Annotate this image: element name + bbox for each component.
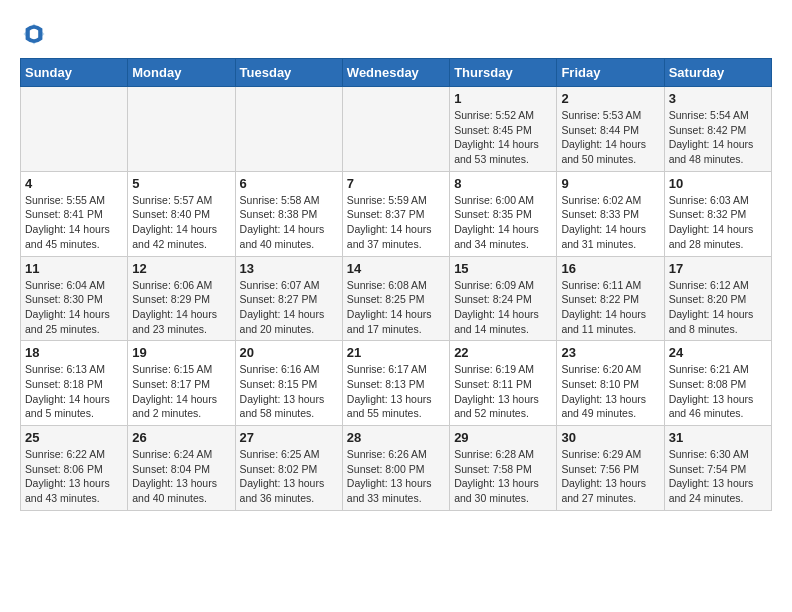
day-cell <box>21 87 128 172</box>
day-number: 7 <box>347 176 445 191</box>
day-cell: 21Sunrise: 6:17 AMSunset: 8:13 PMDayligh… <box>342 341 449 426</box>
day-number: 1 <box>454 91 552 106</box>
day-cell: 9Sunrise: 6:02 AMSunset: 8:33 PMDaylight… <box>557 171 664 256</box>
day-number: 10 <box>669 176 767 191</box>
day-info: Sunrise: 6:02 AMSunset: 8:33 PMDaylight:… <box>561 193 659 252</box>
day-info: Sunrise: 6:09 AMSunset: 8:24 PMDaylight:… <box>454 278 552 337</box>
day-number: 16 <box>561 261 659 276</box>
day-number: 31 <box>669 430 767 445</box>
day-number: 22 <box>454 345 552 360</box>
day-number: 18 <box>25 345 123 360</box>
day-info: Sunrise: 5:59 AMSunset: 8:37 PMDaylight:… <box>347 193 445 252</box>
day-cell: 22Sunrise: 6:19 AMSunset: 8:11 PMDayligh… <box>450 341 557 426</box>
day-info: Sunrise: 6:30 AMSunset: 7:54 PMDaylight:… <box>669 447 767 506</box>
day-cell <box>235 87 342 172</box>
day-info: Sunrise: 6:04 AMSunset: 8:30 PMDaylight:… <box>25 278 123 337</box>
day-info: Sunrise: 6:29 AMSunset: 7:56 PMDaylight:… <box>561 447 659 506</box>
logo-icon <box>20 20 48 48</box>
day-info: Sunrise: 5:55 AMSunset: 8:41 PMDaylight:… <box>25 193 123 252</box>
day-info: Sunrise: 6:24 AMSunset: 8:04 PMDaylight:… <box>132 447 230 506</box>
week-row-5: 25Sunrise: 6:22 AMSunset: 8:06 PMDayligh… <box>21 426 772 511</box>
day-cell: 30Sunrise: 6:29 AMSunset: 7:56 PMDayligh… <box>557 426 664 511</box>
day-number: 17 <box>669 261 767 276</box>
day-cell: 2Sunrise: 5:53 AMSunset: 8:44 PMDaylight… <box>557 87 664 172</box>
header-thursday: Thursday <box>450 59 557 87</box>
day-number: 12 <box>132 261 230 276</box>
day-cell <box>342 87 449 172</box>
day-cell: 23Sunrise: 6:20 AMSunset: 8:10 PMDayligh… <box>557 341 664 426</box>
day-cell: 15Sunrise: 6:09 AMSunset: 8:24 PMDayligh… <box>450 256 557 341</box>
day-number: 13 <box>240 261 338 276</box>
day-cell: 29Sunrise: 6:28 AMSunset: 7:58 PMDayligh… <box>450 426 557 511</box>
day-info: Sunrise: 6:28 AMSunset: 7:58 PMDaylight:… <box>454 447 552 506</box>
day-info: Sunrise: 6:19 AMSunset: 8:11 PMDaylight:… <box>454 362 552 421</box>
day-cell: 7Sunrise: 5:59 AMSunset: 8:37 PMDaylight… <box>342 171 449 256</box>
day-cell: 16Sunrise: 6:11 AMSunset: 8:22 PMDayligh… <box>557 256 664 341</box>
day-cell: 3Sunrise: 5:54 AMSunset: 8:42 PMDaylight… <box>664 87 771 172</box>
day-number: 2 <box>561 91 659 106</box>
day-cell: 5Sunrise: 5:57 AMSunset: 8:40 PMDaylight… <box>128 171 235 256</box>
calendar-table: SundayMondayTuesdayWednesdayThursdayFrid… <box>20 58 772 511</box>
day-number: 24 <box>669 345 767 360</box>
day-cell: 18Sunrise: 6:13 AMSunset: 8:18 PMDayligh… <box>21 341 128 426</box>
day-info: Sunrise: 6:16 AMSunset: 8:15 PMDaylight:… <box>240 362 338 421</box>
header-sunday: Sunday <box>21 59 128 87</box>
day-number: 9 <box>561 176 659 191</box>
day-info: Sunrise: 6:21 AMSunset: 8:08 PMDaylight:… <box>669 362 767 421</box>
day-cell: 1Sunrise: 5:52 AMSunset: 8:45 PMDaylight… <box>450 87 557 172</box>
day-info: Sunrise: 6:03 AMSunset: 8:32 PMDaylight:… <box>669 193 767 252</box>
day-info: Sunrise: 6:06 AMSunset: 8:29 PMDaylight:… <box>132 278 230 337</box>
day-cell: 24Sunrise: 6:21 AMSunset: 8:08 PMDayligh… <box>664 341 771 426</box>
day-cell: 11Sunrise: 6:04 AMSunset: 8:30 PMDayligh… <box>21 256 128 341</box>
header-monday: Monday <box>128 59 235 87</box>
header-tuesday: Tuesday <box>235 59 342 87</box>
day-cell: 28Sunrise: 6:26 AMSunset: 8:00 PMDayligh… <box>342 426 449 511</box>
day-info: Sunrise: 6:08 AMSunset: 8:25 PMDaylight:… <box>347 278 445 337</box>
day-number: 25 <box>25 430 123 445</box>
day-info: Sunrise: 6:17 AMSunset: 8:13 PMDaylight:… <box>347 362 445 421</box>
day-number: 23 <box>561 345 659 360</box>
day-number: 3 <box>669 91 767 106</box>
day-cell: 25Sunrise: 6:22 AMSunset: 8:06 PMDayligh… <box>21 426 128 511</box>
day-info: Sunrise: 6:13 AMSunset: 8:18 PMDaylight:… <box>25 362 123 421</box>
day-number: 14 <box>347 261 445 276</box>
day-number: 30 <box>561 430 659 445</box>
day-number: 11 <box>25 261 123 276</box>
day-number: 5 <box>132 176 230 191</box>
day-info: Sunrise: 6:00 AMSunset: 8:35 PMDaylight:… <box>454 193 552 252</box>
week-row-4: 18Sunrise: 6:13 AMSunset: 8:18 PMDayligh… <box>21 341 772 426</box>
day-cell <box>128 87 235 172</box>
day-number: 21 <box>347 345 445 360</box>
day-info: Sunrise: 5:53 AMSunset: 8:44 PMDaylight:… <box>561 108 659 167</box>
page-header <box>20 20 772 48</box>
day-cell: 13Sunrise: 6:07 AMSunset: 8:27 PMDayligh… <box>235 256 342 341</box>
day-info: Sunrise: 5:58 AMSunset: 8:38 PMDaylight:… <box>240 193 338 252</box>
day-number: 19 <box>132 345 230 360</box>
day-cell: 12Sunrise: 6:06 AMSunset: 8:29 PMDayligh… <box>128 256 235 341</box>
day-info: Sunrise: 5:52 AMSunset: 8:45 PMDaylight:… <box>454 108 552 167</box>
day-number: 15 <box>454 261 552 276</box>
day-cell: 31Sunrise: 6:30 AMSunset: 7:54 PMDayligh… <box>664 426 771 511</box>
day-info: Sunrise: 6:25 AMSunset: 8:02 PMDaylight:… <box>240 447 338 506</box>
day-info: Sunrise: 6:20 AMSunset: 8:10 PMDaylight:… <box>561 362 659 421</box>
day-info: Sunrise: 5:54 AMSunset: 8:42 PMDaylight:… <box>669 108 767 167</box>
day-cell: 6Sunrise: 5:58 AMSunset: 8:38 PMDaylight… <box>235 171 342 256</box>
day-number: 20 <box>240 345 338 360</box>
day-number: 28 <box>347 430 445 445</box>
day-cell: 20Sunrise: 6:16 AMSunset: 8:15 PMDayligh… <box>235 341 342 426</box>
week-row-2: 4Sunrise: 5:55 AMSunset: 8:41 PMDaylight… <box>21 171 772 256</box>
day-cell: 14Sunrise: 6:08 AMSunset: 8:25 PMDayligh… <box>342 256 449 341</box>
week-row-1: 1Sunrise: 5:52 AMSunset: 8:45 PMDaylight… <box>21 87 772 172</box>
day-number: 29 <box>454 430 552 445</box>
header-row: SundayMondayTuesdayWednesdayThursdayFrid… <box>21 59 772 87</box>
day-info: Sunrise: 6:11 AMSunset: 8:22 PMDaylight:… <box>561 278 659 337</box>
day-number: 8 <box>454 176 552 191</box>
logo <box>20 20 52 48</box>
day-cell: 8Sunrise: 6:00 AMSunset: 8:35 PMDaylight… <box>450 171 557 256</box>
day-cell: 27Sunrise: 6:25 AMSunset: 8:02 PMDayligh… <box>235 426 342 511</box>
day-number: 4 <box>25 176 123 191</box>
day-cell: 10Sunrise: 6:03 AMSunset: 8:32 PMDayligh… <box>664 171 771 256</box>
day-info: Sunrise: 6:15 AMSunset: 8:17 PMDaylight:… <box>132 362 230 421</box>
header-friday: Friday <box>557 59 664 87</box>
day-number: 27 <box>240 430 338 445</box>
